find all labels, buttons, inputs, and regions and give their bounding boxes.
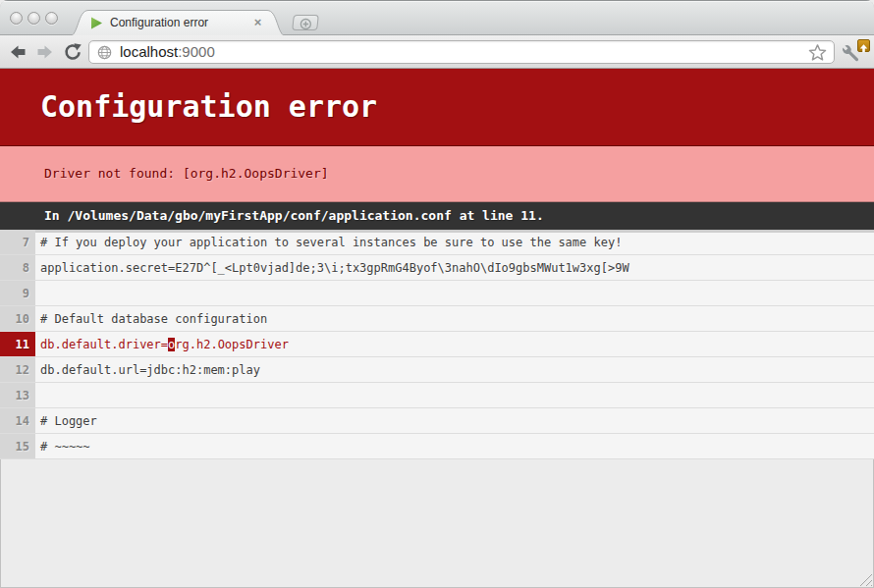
line-number: 7 [0, 230, 35, 254]
tools-menu-button[interactable] [841, 41, 870, 64]
window-zoom-button[interactable] [45, 12, 58, 25]
address-bar[interactable]: localhost:9000 [88, 40, 835, 64]
code-after-marker: rg.h2.OopsDriver [175, 338, 289, 351]
tab-strip: Configuration error × [0, 0, 874, 35]
line-code: db.default.driver=org.h2.OopsDriver [35, 332, 874, 356]
code-line: 8 application.secret=E27D^[_<Lpt0vjad]de… [0, 255, 874, 281]
code-line: 10 # Default database configuration [0, 306, 874, 332]
code-before-marker: db.default.driver= [40, 338, 168, 351]
line-code: # Default database configuration [35, 306, 874, 331]
window-close-button[interactable] [10, 12, 23, 25]
play-favicon-icon [90, 17, 103, 29]
url-text: localhost:9000 [120, 41, 215, 63]
code-listing: 7 # If you deploy your application to se… [0, 230, 874, 459]
line-number: 9 [0, 281, 35, 305]
new-tab-plus-icon [300, 18, 312, 30]
forward-icon [35, 42, 55, 62]
browser-toolbar: localhost:9000 [0, 35, 874, 69]
line-number: 8 [0, 255, 35, 280]
code-line: 13 [0, 383, 874, 408]
line-code [35, 383, 874, 407]
error-location: In /Volumes/Data/gbo/myFirstApp/conf/app… [0, 202, 874, 230]
tab-close-icon[interactable]: × [250, 15, 265, 29]
line-number: 15 [0, 434, 35, 458]
line-number: 13 [0, 383, 35, 407]
back-button[interactable] [8, 42, 29, 62]
code-line: 14 # Logger [0, 408, 874, 434]
forward-button[interactable] [35, 42, 57, 62]
tab-title: Configuration error [110, 9, 208, 36]
error-detail: Driver not found: [org.h2.OopsDriver] [0, 146, 874, 202]
line-code: # If you deploy your application to seve… [35, 230, 874, 254]
code-line: 12 db.default.url=jdbc:h2:mem:play [0, 357, 874, 383]
back-icon [8, 42, 27, 62]
url-port: :9000 [178, 43, 215, 60]
line-code: # Logger [35, 408, 874, 433]
line-number: 11 [0, 332, 35, 356]
globe-icon [97, 45, 112, 60]
line-code: db.default.url=jdbc:h2:mem:play [35, 357, 874, 382]
code-line-error: 11 db.default.driver=org.h2.OopsDriver [0, 332, 874, 357]
line-number: 10 [0, 306, 35, 331]
window-resize-grip[interactable] [858, 572, 872, 586]
browser-window: Configuration error × [0, 0, 874, 588]
reload-button[interactable] [63, 42, 84, 62]
bookmark-star-icon[interactable] [808, 43, 827, 62]
update-badge-icon [857, 39, 870, 52]
line-code [35, 281, 874, 305]
url-host: localhost [120, 43, 178, 60]
code-line: 9 [0, 281, 874, 306]
line-code: application.secret=E27D^[_<Lpt0vjad]de;3… [35, 255, 874, 280]
browser-tab[interactable]: Configuration error × [69, 9, 287, 36]
page-title: Configuration error [0, 69, 874, 146]
new-tab-button[interactable] [292, 15, 319, 30]
code-line: 7 # If you deploy your application to se… [0, 230, 874, 255]
line-number: 12 [0, 357, 35, 382]
line-number: 14 [0, 408, 35, 433]
code-line: 15 # ~~~~~ [0, 434, 874, 459]
line-code: # ~~~~~ [35, 434, 874, 458]
page-content: Configuration error Driver not found: [o… [0, 69, 874, 459]
reload-icon [63, 42, 82, 62]
window-minimize-button[interactable] [27, 12, 40, 25]
